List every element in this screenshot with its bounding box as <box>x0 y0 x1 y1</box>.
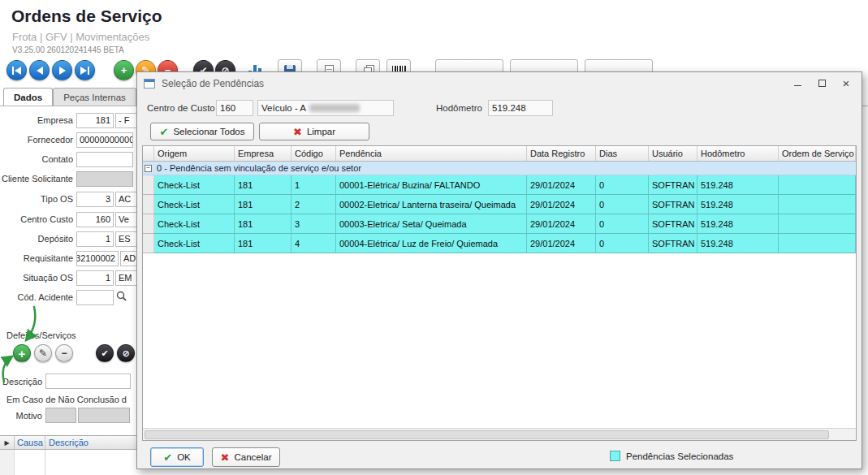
cell-codigo: 4 <box>291 234 336 253</box>
causa-column-header[interactable]: Causa <box>15 436 45 449</box>
breadcrumb: Frota | GFV | Movimentações <box>12 31 149 43</box>
collapse-expander-icon[interactable]: − <box>145 165 152 172</box>
empresa-desc-input[interactable]: - F <box>115 113 136 128</box>
limpar-button[interactable]: ✖ Limpar <box>259 123 369 140</box>
dialog-titlebar[interactable]: Seleção de Pendências × <box>137 72 862 94</box>
deposito-label: Depósito <box>0 234 76 244</box>
tipo-os-label: Tipo OS <box>0 194 76 204</box>
cell-pendencia: 00001-Elétrica/ Buzina/ FALTANDO <box>336 175 527 195</box>
minus-icon: − <box>61 348 67 359</box>
search-icon[interactable] <box>116 291 127 304</box>
centro-custo-dialog-label: Centro de Custo <box>147 103 215 113</box>
minimize-button[interactable] <box>785 75 810 92</box>
cell-codigo: 1 <box>291 175 336 195</box>
contato-input[interactable] <box>76 152 133 167</box>
discard-defect-button[interactable]: ⊘ <box>117 344 135 362</box>
selecao-pendencias-dialog: Seleção de Pendências × Centro de Custo … <box>136 71 862 469</box>
pencil-icon: ✎ <box>39 348 47 359</box>
col-dias[interactable]: Dias <box>596 146 649 161</box>
col-data-registro[interactable]: Data Registro <box>527 146 596 161</box>
col-origem[interactable]: Origem <box>154 146 235 161</box>
requisitante-input[interactable]: 32100002 <box>76 251 119 266</box>
cell-origem: Check-List <box>154 195 235 214</box>
cell-data-registro: 29/01/2024 <box>527 234 596 253</box>
deposito-desc-input[interactable]: ES <box>115 231 136 247</box>
tipo-os-desc-input[interactable]: AC <box>115 192 136 207</box>
add-defect-button[interactable]: + <box>13 344 31 362</box>
cell-ordem-servico <box>779 234 856 253</box>
cell-usuario: SOFTRAN <box>649 214 697 234</box>
fornecedor-input[interactable]: 0000000000000 <box>76 132 133 148</box>
col-ordem-servico[interactable]: Ordem de Serviço <box>779 146 856 161</box>
cod-acidente-input[interactable] <box>76 290 114 305</box>
page-title: Ordens de Serviço <box>11 6 162 26</box>
confirm-defect-button[interactable]: ✔ <box>96 344 114 362</box>
scrollbar-thumb[interactable] <box>145 430 829 439</box>
descricao-column-header[interactable]: Descrição <box>45 436 136 449</box>
selecionar-todos-button[interactable]: ✔ Selecionar Todos <box>150 123 254 140</box>
cod-acidente-label: Cód. Acidente <box>0 292 76 302</box>
centro-custo-dialog-input[interactable]: 160 <box>216 100 253 116</box>
centro-custo-desc-input[interactable]: Ve <box>115 212 136 227</box>
check-icon: ✔ <box>160 126 169 138</box>
remove-defect-button[interactable]: − <box>55 344 73 362</box>
cancelar-button[interactable]: ✖ Cancelar <box>212 447 280 467</box>
empresa-input[interactable]: 181 <box>76 113 114 128</box>
maximize-button[interactable] <box>810 75 834 92</box>
hodometro-dialog-input[interactable]: 519.248 <box>488 100 553 116</box>
cliente-solicitante-label: Cliente Solicitante <box>0 174 76 184</box>
add-record-button[interactable]: + <box>114 60 134 80</box>
first-record-button[interactable] <box>6 60 27 80</box>
close-button[interactable]: × <box>834 75 858 92</box>
contato-label: Contato <box>0 154 76 164</box>
dialog-title: Seleção de Pendências <box>162 78 264 89</box>
col-empresa[interactable]: Empresa <box>235 146 291 161</box>
previous-record-button[interactable] <box>29 60 50 80</box>
plus-icon: + <box>19 347 26 361</box>
first-record-icon <box>12 67 14 75</box>
cell-dias: 0 <box>596 195 649 214</box>
situacao-os-desc-input[interactable]: EM <box>115 270 136 286</box>
group-row[interactable]: − 0 - Pendência sem vinculação de serviç… <box>143 162 856 175</box>
col-codigo[interactable]: Código <box>291 146 336 161</box>
cell-empresa: 181 <box>235 234 291 253</box>
cross-icon: ✖ <box>221 451 230 464</box>
cell-dias: 0 <box>596 234 649 253</box>
legend-label: Pendências Selecionadas <box>626 451 733 461</box>
row-gutter[interactable] <box>143 234 154 253</box>
tipo-os-input[interactable]: 3 <box>76 192 114 207</box>
col-pendencia[interactable]: Pendência <box>336 146 527 161</box>
ok-button[interactable]: ✔ OK <box>150 447 204 467</box>
situacao-os-input[interactable]: 1 <box>76 270 114 286</box>
table-row[interactable]: Check-List 181 2 00002-Eletrica/ Lantern… <box>143 195 856 214</box>
check-icon: ✔ <box>101 348 108 359</box>
next-record-button[interactable] <box>52 60 72 80</box>
requisitante-desc-input[interactable]: AD <box>120 251 136 266</box>
tab-pecas-internas[interactable]: Peças Internas <box>53 88 136 106</box>
descricao-input[interactable] <box>45 374 131 389</box>
last-record-icon <box>80 67 87 75</box>
edit-defect-button[interactable]: ✎ <box>34 344 52 362</box>
table-row[interactable]: Check-List 181 3 00003-Eletrica/ Seta/ Q… <box>143 214 856 234</box>
centro-custo-input[interactable]: 160 <box>76 212 114 227</box>
row-gutter[interactable] <box>143 175 154 195</box>
motivo-code-input <box>45 408 76 423</box>
descricao-label: Descrição <box>0 377 45 386</box>
last-record-button[interactable] <box>75 60 95 80</box>
table-row[interactable]: Check-List 181 1 00001-Elétrica/ Buzina/… <box>143 175 856 195</box>
table-row[interactable]: Check-List 181 4 00004-Elétrica/ Luz de … <box>143 234 856 253</box>
tab-dados[interactable]: Dados <box>3 88 53 106</box>
horizontal-scrollbar[interactable] <box>143 428 856 440</box>
cell-ordem-servico <box>779 195 856 214</box>
col-usuario[interactable]: Usuário <box>649 146 697 161</box>
row-gutter[interactable] <box>143 195 154 214</box>
cell-origem: Check-List <box>154 175 235 195</box>
cell-data-registro: 29/01/2024 <box>527 214 596 234</box>
gutter-column-header <box>143 146 154 161</box>
deposito-input[interactable]: 1 <box>76 231 114 247</box>
cell-hodometro: 519.248 <box>697 214 779 234</box>
col-hodometro[interactable]: Hodômetro <box>697 146 779 161</box>
veiculo-input[interactable]: Veículo - A <box>257 100 394 116</box>
row-gutter[interactable] <box>143 214 154 234</box>
motivo-label: Motivo <box>0 411 45 421</box>
